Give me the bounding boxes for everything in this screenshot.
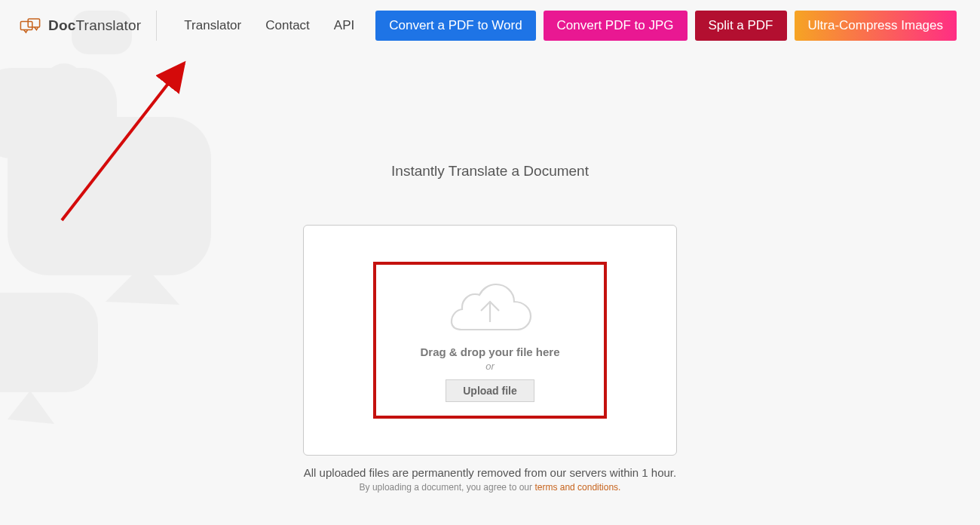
nav-buttons: Convert a PDF to Word Convert PDF to JPG…	[375, 11, 957, 41]
retention-note: All uploaded files are permanently remov…	[304, 466, 676, 479]
nav-translator[interactable]: Translator	[172, 12, 253, 39]
logo[interactable]: DocTranslator	[20, 11, 157, 41]
nav-api[interactable]: API	[322, 12, 366, 39]
main-content: Instantly Translate a Document Drag & dr…	[0, 51, 980, 493]
terms-and-conditions-link[interactable]: terms and conditions.	[534, 482, 620, 493]
terms-note-prefix: By uploading a document, you agree to ou…	[360, 482, 535, 493]
upload-cloud-icon	[448, 281, 532, 330]
dropzone-card[interactable]: Drag & drop your file here or Upload fil…	[303, 225, 677, 456]
btn-pdf-to-word[interactable]: Convert a PDF to Word	[375, 11, 535, 41]
btn-ultra-compress[interactable]: Ultra-Compress Images	[795, 11, 957, 41]
annotation-highlight-box: Drag & drop your file here or Upload fil…	[373, 262, 607, 419]
drag-drop-text: Drag & drop your file here	[420, 345, 559, 358]
nav-contact[interactable]: Contact	[253, 12, 322, 39]
page-headline: Instantly Translate a Document	[391, 163, 589, 180]
terms-note: By uploading a document, you agree to ou…	[360, 482, 621, 493]
svg-rect-6	[28, 19, 39, 27]
btn-split-pdf[interactable]: Split a PDF	[695, 11, 787, 41]
top-nav: DocTranslator Translator Contact API Con…	[0, 0, 980, 51]
logo-text: DocTranslator	[48, 17, 141, 34]
svg-rect-5	[20, 21, 32, 29]
or-text: or	[485, 361, 495, 372]
logo-icon	[20, 17, 41, 34]
upload-file-button[interactable]: Upload file	[446, 379, 534, 402]
btn-pdf-to-jpg[interactable]: Convert PDF to JPG	[544, 11, 688, 41]
